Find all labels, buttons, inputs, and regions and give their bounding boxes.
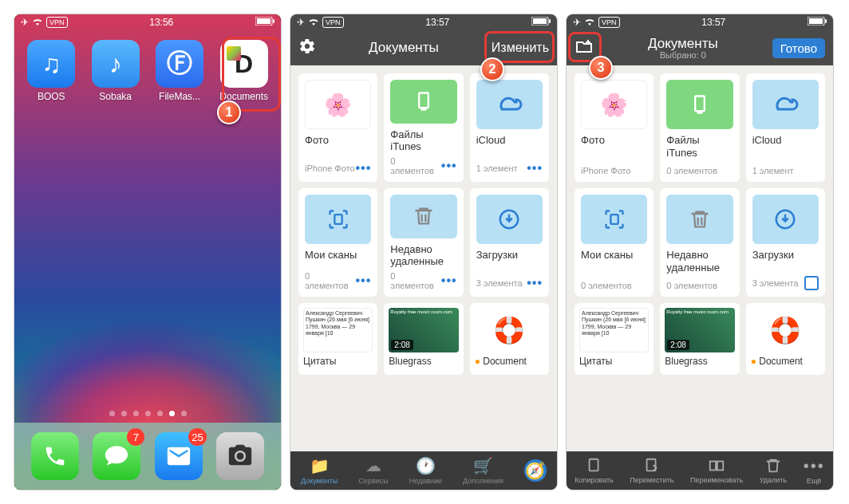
svg-rect-17	[589, 459, 598, 471]
action-rename[interactable]: Переименовать	[690, 457, 743, 484]
messages-badge: 7	[127, 428, 144, 446]
status-bar: ✈ VPN 13:57	[567, 14, 833, 30]
airplane-icon: ✈	[297, 17, 305, 28]
file-document[interactable]: 🛟 ● Document	[470, 303, 549, 375]
callout-2: 2	[480, 57, 504, 81]
action-delete[interactable]: Удалить	[760, 457, 787, 484]
airplane-icon: ✈	[573, 17, 581, 28]
callout-3: 3	[589, 56, 613, 80]
select-checkbox[interactable]	[804, 276, 819, 290]
page-indicator[interactable]	[14, 411, 281, 416]
svg-rect-11	[809, 18, 823, 24]
svg-rect-7	[422, 108, 426, 110]
svg-rect-6	[419, 93, 428, 108]
app-boos[interactable]: ♫ BOOS	[27, 40, 75, 102]
folder-icloud[interactable]: iCloud 1 элемент	[746, 73, 825, 182]
folder-itunes[interactable]: Файлы iTunes 0 элементов•••	[384, 73, 463, 182]
action-more[interactable]: •••Ещё	[804, 457, 825, 485]
svg-rect-4	[533, 18, 547, 24]
svg-rect-12	[825, 19, 827, 23]
folder-scans[interactable]: Мои сканы 0 элементов•••	[298, 188, 377, 297]
svg-rect-19	[710, 462, 716, 471]
action-copy[interactable]: Копировать	[575, 457, 613, 484]
tab-addons[interactable]: 🛒Дополнения	[463, 456, 503, 485]
app-filemaster[interactable]: Ⓕ FileMas...	[156, 40, 203, 102]
phone-home-screen: ✈ VPN 13:56 ♫ BOOS ♪ Sobaka	[14, 14, 281, 490]
action-bar: Копировать Переместить Переименовать Уда…	[567, 451, 833, 490]
folder-downloads[interactable]: Загрузки 3 элемента•••	[470, 188, 549, 297]
phone-documents-browse: ✈ VPN 13:57 Документы Изменить 2 🌸 Фото …	[290, 14, 557, 490]
battery-icon	[255, 17, 274, 28]
tab-compass[interactable]: 🧭	[524, 459, 547, 482]
folder-itunes[interactable]: Файлы iTunes 0 элементов	[660, 73, 739, 182]
doc-body: 🌸 Фото iPhone Фото Файлы iTunes 0 элемен…	[567, 65, 833, 451]
header-subtitle: Выбрано: 0	[594, 50, 772, 60]
file-quotes[interactable]: Александр Сергеевич Пушкин (26 мая [6 ию…	[575, 303, 654, 375]
svg-rect-5	[549, 19, 551, 23]
more-icon[interactable]: •••	[527, 276, 543, 290]
wifi-icon	[308, 17, 319, 28]
dock: 7 25	[14, 423, 281, 490]
status-time: 13:57	[425, 17, 449, 28]
more-icon[interactable]: •••	[356, 161, 372, 175]
more-icon[interactable]: •••	[527, 161, 543, 175]
folder-scans[interactable]: Мои сканы 0 элементов	[575, 188, 654, 297]
status-bar: ✈ VPN 13:57	[290, 14, 557, 30]
tab-bar: 📁Документы ☁Сервисы 🕐Недавние 🛒Дополнени…	[290, 451, 557, 490]
file-quotes[interactable]: Александр Сергеевич Пушкин (26 мая [6 ию…	[298, 303, 377, 375]
tab-services[interactable]: ☁Сервисы	[358, 456, 388, 485]
folder-downloads[interactable]: Загрузки 3 элемента	[746, 188, 825, 297]
battery-icon	[531, 17, 551, 28]
wifi-icon	[32, 17, 43, 28]
vpn-badge: VPN	[46, 17, 68, 28]
folder-photos[interactable]: 🌸 Фото iPhone Фото•••	[298, 73, 377, 182]
vpn-badge: VPN	[598, 17, 620, 28]
wifi-icon	[584, 17, 595, 28]
dock-mail[interactable]: 25	[155, 432, 203, 480]
dock-phone[interactable]	[31, 432, 79, 480]
folder-photos[interactable]: 🌸 Фото iPhone Фото	[575, 73, 654, 182]
folder-trash[interactable]: Недавно удаленные 0 элементов•••	[384, 188, 463, 297]
doc-body: 🌸 Фото iPhone Фото••• Файлы iTunes 0 эле…	[290, 65, 557, 451]
svg-rect-13	[695, 96, 705, 112]
more-icon[interactable]: •••	[441, 274, 457, 288]
status-time: 13:57	[701, 17, 725, 28]
settings-button[interactable]	[298, 37, 316, 58]
svg-rect-8	[334, 215, 342, 224]
more-icon[interactable]: •••	[441, 159, 457, 173]
phone-documents-select: ✈ VPN 13:57 Документы Выбрано: 0 Готово …	[567, 14, 833, 490]
folder-icloud[interactable]: iCloud 1 элемент•••	[470, 73, 549, 182]
svg-rect-20	[717, 462, 723, 471]
file-bluegrass[interactable]: Royalty free music room.com2:08 Bluegras…	[660, 303, 739, 375]
app-sobaka[interactable]: ♪ Sobaka	[91, 40, 139, 102]
svg-rect-15	[610, 215, 618, 224]
file-document[interactable]: 🛟 ● Document	[746, 303, 825, 375]
battery-icon	[808, 17, 827, 28]
header-title: Документы	[594, 36, 772, 52]
file-bluegrass[interactable]: Royalty free music room.com2:08 Bluegras…	[384, 303, 463, 375]
action-move[interactable]: Переместить	[630, 457, 673, 484]
status-bar: ✈ VPN 13:56	[14, 14, 281, 30]
tab-recent[interactable]: 🕐Недавние	[409, 456, 442, 485]
vpn-badge: VPN	[322, 17, 344, 28]
done-button[interactable]: Готово	[772, 38, 825, 58]
airplane-icon: ✈	[21, 17, 29, 28]
dock-camera[interactable]	[216, 432, 264, 480]
svg-rect-2	[273, 19, 274, 23]
header-title: Документы	[316, 40, 492, 56]
folder-trash[interactable]: Недавно удаленные 0 элементов	[660, 188, 739, 297]
svg-rect-14	[698, 111, 702, 112]
status-time: 13:56	[149, 17, 173, 28]
callout-1: 1	[217, 100, 241, 124]
tab-documents[interactable]: 📁Документы	[301, 456, 338, 485]
dock-messages[interactable]: 7	[93, 432, 140, 480]
more-icon[interactable]: •••	[356, 274, 372, 288]
svg-rect-1	[257, 18, 270, 24]
mail-badge: 25	[188, 428, 206, 446]
